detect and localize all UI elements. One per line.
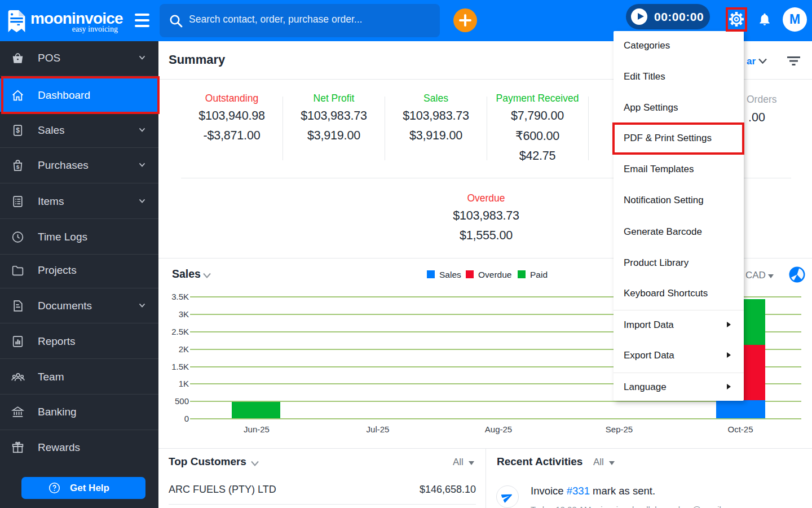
svg-text:$: $ (16, 126, 20, 134)
svg-text:$: $ (16, 164, 20, 170)
